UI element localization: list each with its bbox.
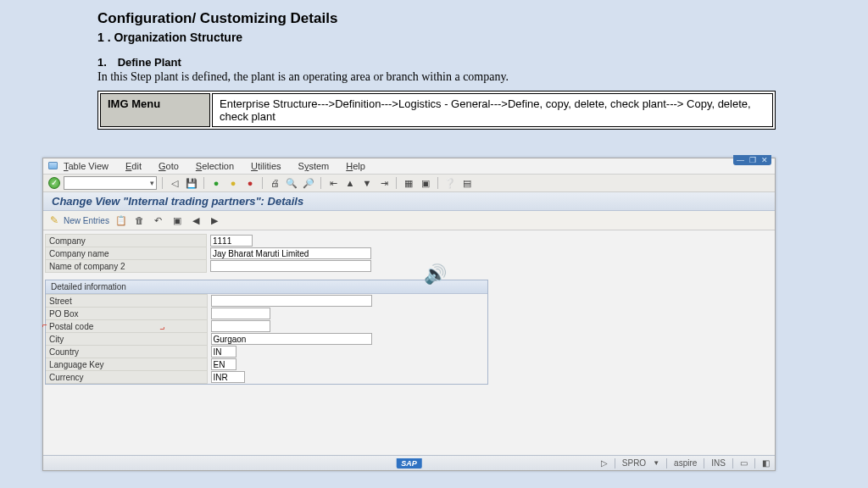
copy-as-icon[interactable]: 📋 [114,214,128,227]
status-separator [754,458,755,469]
company-field[interactable] [210,235,253,247]
help-icon[interactable]: ❔ [443,176,457,190]
speaker-icon[interactable]: 🔊 [424,263,447,286]
find-icon[interactable]: 🔍 [285,176,298,190]
sap-logo: SAP [396,458,422,469]
language-label: Language Key [46,358,207,371]
img-menu-label: IMG Menu [100,93,210,127]
status-separator [704,458,704,469]
status-mode: INS [711,458,726,468]
required-mark-icon: ⌐ [158,324,164,334]
detailed-info-group: Detailed information Street PO Box Posta… [45,280,488,385]
company-label: Company [46,235,207,247]
city-label: City [46,333,207,346]
new-session-icon[interactable]: ▦ [402,176,415,190]
next-page-icon[interactable]: ▼ [360,176,374,190]
sap-gui-window: — ❐ ✕ Table View Edit Goto Selection Uti… [42,158,776,471]
sap-statusbar: SAP ▷ SPRO ▼ aspire INS ▭ ◧ [43,455,775,470]
menu-help[interactable]: Help [346,161,365,171]
next-entry-icon[interactable]: ▶ [208,214,221,227]
street-field[interactable] [211,295,372,307]
status-connection-icon[interactable]: ◧ [762,458,770,468]
display-change-icon[interactable]: ✎ [50,214,58,226]
find-next-icon[interactable]: 🔎 [302,176,315,190]
select-all-icon[interactable]: ▣ [170,214,184,227]
print-icon[interactable]: 🖨 [268,176,281,190]
save-icon[interactable]: 💾 [185,176,198,190]
menu-goto[interactable]: Goto [159,161,179,171]
name2-field[interactable] [210,260,371,272]
header-form: Company Company name Name of company 2 [45,234,376,273]
cancel-red-icon[interactable]: ● [243,176,257,190]
undo-change-icon[interactable]: ↶ [152,214,165,227]
menu-edit[interactable]: Edit [125,161,142,171]
status-play-icon[interactable]: ▷ [601,458,608,468]
status-separator [732,458,733,469]
img-menu-path: Enterprise Structure--->Definition--->Lo… [212,93,773,127]
sap-app-toolbar: ✎ New Entries 📋 🗑 ↶ ▣ ◀ ▶ [43,211,775,230]
menu-system[interactable]: System [298,161,330,171]
company-name-label: Company name [46,247,207,260]
maximize-icon[interactable]: ❐ [749,156,756,164]
document-header: Configuration/ Customizing Details 1 . O… [0,0,868,130]
doc-title: Configuration/ Customizing Details [97,10,826,27]
status-tcode: SPRO [622,458,646,468]
detailed-info-header: Detailed information [46,280,487,294]
window-controls: — ❐ ✕ [733,155,771,165]
menu-table-view[interactable]: Table View [64,161,108,171]
street-label: Street [46,295,207,308]
country-field[interactable] [211,346,236,358]
postal-label: Postal code ⌐ ⌐ [46,320,207,333]
close-icon[interactable]: ✕ [761,156,768,164]
last-page-icon[interactable]: ⇥ [377,176,391,190]
back-icon[interactable]: ◁ [168,176,181,190]
menu-utilities[interactable]: Utilities [251,161,281,171]
status-screen-icon[interactable]: ▭ [740,458,748,468]
toolbar-separator [396,177,397,189]
sap-session-icon[interactable] [48,162,58,169]
sap-body: Company Company name Name of company 2 D… [43,230,775,466]
status-dropdown-icon[interactable]: ▼ [653,459,659,467]
status-client: aspire [674,458,697,468]
pobox-field[interactable] [211,308,270,319]
command-field[interactable]: ▾ [64,176,157,190]
step-number: 1. [97,56,114,69]
toolbar-separator [162,177,163,189]
currency-label: Currency [46,371,207,384]
doc-step-title: 1. Define Plant [97,56,826,69]
required-mark-icon: ⌐ [42,320,49,330]
back-green-icon[interactable]: ● [209,176,223,190]
first-page-icon[interactable]: ⇤ [326,176,340,190]
toolbar-separator [320,177,321,189]
delete-icon[interactable]: 🗑 [133,214,147,227]
toolbar-separator [437,177,438,189]
toolbar-separator [203,177,204,189]
layout-icon[interactable]: ▤ [460,176,474,190]
currency-field[interactable] [211,371,245,383]
language-field[interactable] [211,358,236,370]
toolbar-separator [262,177,263,189]
exit-yellow-icon[interactable]: ● [226,176,240,190]
shortcut-icon[interactable]: ▣ [419,176,432,190]
postal-field[interactable] [211,320,270,332]
status-separator [615,458,615,469]
sap-system-toolbar: ✓ ▾ ◁ 💾 ● ● ● 🖨 🔍 🔎 ⇤ ▲ ▼ ⇥ ▦ ▣ ❔ ▤ [43,175,775,192]
minimize-icon[interactable]: — [737,156,744,164]
enter-icon[interactable]: ✓ [48,177,60,189]
doc-subtitle: 1 . Organization Structure [97,30,826,44]
img-menu-table: IMG Menu Enterprise Structure--->Definit… [97,91,776,130]
status-separator [666,458,667,469]
sap-view-title: Change View "Internal trading partners":… [43,192,775,211]
step-title: Define Plant [118,56,181,69]
sap-menubar: Table View Edit Goto Selection Utilities… [43,158,775,175]
country-label: Country [46,346,207,358]
name2-label: Name of company 2 [46,260,207,273]
pobox-label: PO Box [46,308,207,320]
prev-entry-icon[interactable]: ◀ [189,214,203,227]
menu-selection[interactable]: Selection [196,161,234,171]
city-field[interactable] [211,333,372,345]
prev-page-icon[interactable]: ▲ [343,176,357,190]
new-entries-button[interactable]: New Entries [64,216,109,225]
company-name-field[interactable] [210,247,371,259]
detail-form: Street PO Box Postal code ⌐ ⌐ City [46,294,376,384]
